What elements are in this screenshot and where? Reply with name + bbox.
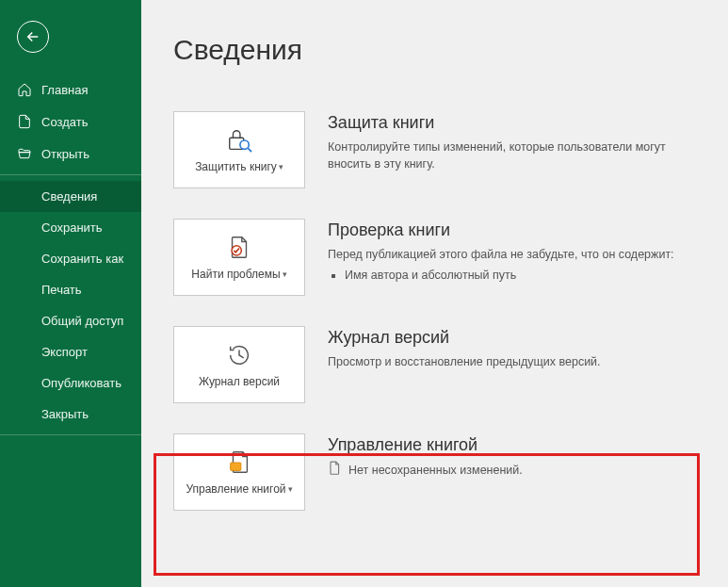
nav-label: Общий доступ	[41, 314, 123, 328]
version-history-button[interactable]: Журнал версий	[173, 326, 305, 403]
svg-point-1	[240, 140, 249, 149]
nav-label: Экспорт	[41, 345, 88, 359]
tile-label: Защитить книгу▾	[195, 160, 283, 175]
tile-label: Управление книгой▾	[186, 482, 292, 497]
section-desc: Контролируйте типы изменений, которые по…	[328, 139, 700, 172]
tile-label: Найти проблемы▾	[191, 268, 286, 283]
manage-workbook-button[interactable]: Управление книгой▾	[173, 433, 305, 511]
tile-label: Журнал версий	[199, 375, 280, 390]
section-title: Журнал версий	[328, 328, 700, 348]
manage-info-line: Нет несохраненных изменений.	[328, 461, 700, 479]
nav-label: Печать	[41, 283, 82, 297]
nav-label: Закрыть	[41, 407, 89, 421]
section-manage: Управление книгой▾ Управление книгой Нет…	[173, 433, 700, 511]
nav-label: Опубликовать	[41, 376, 121, 390]
section-inspect: Найти проблемы▾ Проверка книги Перед пуб…	[173, 219, 700, 296]
nav-label: Сохранить	[41, 220, 103, 235]
manage-status-text: Нет несохраненных изменений.	[348, 464, 523, 477]
open-folder-icon	[17, 146, 32, 161]
section-title: Управление книгой	[328, 435, 700, 455]
section-title: Защита книги	[328, 113, 700, 133]
backstage-sidebar: Главная Создать Открыть Сведения Сохрани…	[0, 0, 141, 587]
section-history: Журнал версий Журнал версий Просмотр и в…	[173, 326, 700, 403]
lock-search-icon	[225, 126, 253, 155]
nav-label: Главная	[41, 83, 88, 97]
nav-new[interactable]: Создать	[0, 106, 141, 138]
file-check-icon	[225, 234, 253, 262]
nav-label: Открыть	[41, 147, 89, 161]
section-protect: Защитить книгу▾ Защита книги Контролируй…	[173, 111, 700, 188]
back-button[interactable]	[17, 21, 49, 53]
home-icon	[17, 82, 32, 97]
nav-label: Сохранить как	[41, 252, 123, 266]
nav-open[interactable]: Открыть	[0, 138, 141, 175]
inspect-bullets: Имя автора и абсолютный путь	[328, 269, 700, 282]
nav-share[interactable]: Общий доступ	[0, 305, 141, 336]
history-icon	[225, 341, 253, 369]
svg-rect-4	[231, 463, 241, 470]
nav-label: Создать	[41, 115, 88, 129]
nav-print[interactable]: Печать	[0, 274, 141, 305]
protect-workbook-button[interactable]: Защитить книгу▾	[173, 111, 305, 188]
backstage-main: Сведения Защитить книгу▾ Защита книги Ко…	[141, 0, 728, 587]
nav-export[interactable]: Экспорт	[0, 336, 141, 367]
bullet-item: Имя автора и абсолютный путь	[345, 269, 700, 282]
nav-home[interactable]: Главная	[0, 73, 141, 106]
nav-save-as[interactable]: Сохранить как	[0, 243, 141, 274]
arrow-left-icon	[24, 28, 41, 45]
chevron-down-icon: ▾	[283, 269, 287, 279]
nav-close[interactable]: Закрыть	[0, 399, 141, 435]
nav-save[interactable]: Сохранить	[0, 212, 141, 243]
section-desc: Просмотр и восстановление предыдущих вер…	[328, 353, 700, 370]
nav-info[interactable]: Сведения	[0, 181, 141, 212]
check-issues-button[interactable]: Найти проблемы▾	[173, 219, 305, 296]
nav-publish[interactable]: Опубликовать	[0, 367, 141, 399]
section-title: Проверка книги	[328, 220, 700, 240]
file-small-icon	[328, 461, 341, 479]
new-file-icon	[17, 114, 32, 129]
file-manage-icon	[225, 448, 253, 477]
chevron-down-icon: ▾	[279, 162, 283, 171]
page-title: Сведения	[173, 34, 700, 66]
section-desc: Перед публикацией этого файла не забудьт…	[328, 246, 700, 263]
svg-line-2	[248, 149, 251, 153]
chevron-down-icon: ▾	[288, 484, 293, 494]
nav-label: Сведения	[41, 189, 97, 204]
